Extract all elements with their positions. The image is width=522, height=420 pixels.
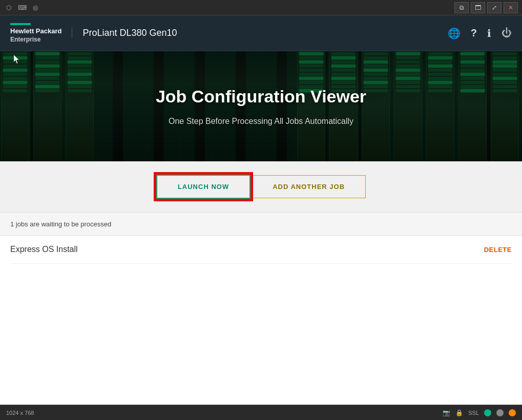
add-another-job-button[interactable]: ADD ANOTHER JOB xyxy=(252,175,366,198)
product-name: ProLiant DL380 Gen10 xyxy=(72,28,177,38)
rack-col xyxy=(1,51,29,161)
titlebar-controls: ⧉ 🗖 ⤢ ✕ xyxy=(454,2,518,13)
status-dot-grey xyxy=(496,409,504,416)
close-button[interactable]: ✕ xyxy=(504,2,518,13)
rack-col xyxy=(458,51,487,161)
header: Hewlett Packard Enterprise ProLiant DL38… xyxy=(0,15,522,51)
hpe-accent-bar xyxy=(10,23,31,25)
content-area: 1 jobs are waiting to be processed Expre… xyxy=(0,213,522,420)
hero-section: Job Configuration Viewer One Step Before… xyxy=(0,51,522,161)
header-right: 🌐 ? ℹ ⏻ xyxy=(448,27,512,39)
circle-icon: ◎ xyxy=(31,3,40,12)
minimize-button[interactable]: 🗖 xyxy=(471,2,485,13)
launch-now-button[interactable]: LAUNCH NOW xyxy=(156,175,250,199)
table-row: Express OS Install DELETE xyxy=(10,236,512,264)
ssl-status-dot xyxy=(484,409,491,416)
job-name: Express OS Install xyxy=(10,245,78,254)
actions-section: LAUNCH NOW ADD ANOTHER JOB xyxy=(0,161,522,213)
globe-icon[interactable]: 🌐 xyxy=(448,27,461,39)
delete-button[interactable]: DELETE xyxy=(484,246,512,254)
hpe-logo: Hewlett Packard Enterprise xyxy=(10,23,61,43)
hero-content: Job Configuration Viewer One Step Before… xyxy=(156,87,366,126)
hero-subtitle: One Step Before Processing All Jobs Auto… xyxy=(156,117,366,126)
rack-col xyxy=(491,51,519,161)
app-icon: ⬡ xyxy=(4,3,13,12)
rack-col xyxy=(66,51,94,161)
keyboard-icon: ⌨ xyxy=(17,3,27,12)
resolution-display: 1024 x 768 xyxy=(6,410,34,416)
status-dot-orange xyxy=(509,409,516,416)
fullscreen-button[interactable]: ⤢ xyxy=(487,2,502,13)
status-bar: 1 jobs are waiting to be processed xyxy=(0,213,522,236)
page-title: Job Configuration Viewer xyxy=(156,87,366,107)
status-message: 1 jobs are waiting to be processed xyxy=(10,220,111,228)
power-icon[interactable]: ⏻ xyxy=(502,27,512,39)
info-icon[interactable]: ℹ xyxy=(487,27,491,39)
jobs-list: Express OS Install DELETE xyxy=(0,236,522,420)
brand-name: Hewlett Packard Enterprise xyxy=(10,27,61,43)
header-left: Hewlett Packard Enterprise ProLiant DL38… xyxy=(10,23,177,43)
rack-col xyxy=(426,51,454,161)
camera-icon: 📷 xyxy=(443,409,450,416)
lock-icon: 🔒 xyxy=(455,409,463,416)
rack-col xyxy=(394,51,422,161)
help-icon[interactable]: ? xyxy=(471,27,477,39)
titlebar-left: ⬡ ⌨ ◎ xyxy=(4,3,40,12)
ssl-label: SSL xyxy=(468,410,479,416)
title-bar: ⬡ ⌨ ◎ ⧉ 🗖 ⤢ ✕ xyxy=(0,0,522,15)
restore-button[interactable]: ⧉ xyxy=(454,2,469,13)
rack-col xyxy=(33,51,61,161)
bottom-right-status: 📷 🔒 SSL xyxy=(443,409,516,416)
bottom-status-bar: 1024 x 768 📷 🔒 SSL xyxy=(0,405,522,420)
